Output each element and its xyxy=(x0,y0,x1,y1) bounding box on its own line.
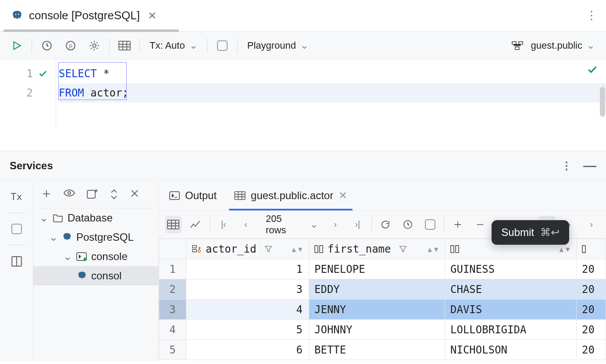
sort-icon[interactable]: ▴▾ xyxy=(291,243,303,255)
cell-first-name[interactable]: JENNY xyxy=(309,300,445,320)
cell-last-name[interactable]: CHASE xyxy=(445,279,577,300)
svg-text:p: p xyxy=(69,43,72,49)
tree-node-postgresql[interactable]: ⌄ PostgreSQL xyxy=(33,228,158,247)
cell-first-name[interactable]: EDDY xyxy=(309,279,445,300)
cell-last-name[interactable]: NICHOLSON xyxy=(445,340,577,360)
refresh-icon[interactable] xyxy=(377,216,394,233)
row-count-dropdown[interactable]: 205 rows ⌄ xyxy=(260,211,321,238)
cell-actor-id[interactable]: 4 xyxy=(186,300,309,320)
settings-icon[interactable] xyxy=(86,37,103,54)
chart-view-icon[interactable] xyxy=(187,216,204,233)
tx-icon[interactable]: Tx xyxy=(11,191,22,202)
stop-icon[interactable] xyxy=(214,37,231,54)
remove-row-icon[interactable] xyxy=(472,216,489,233)
kebab-icon[interactable]: ⋮ xyxy=(561,160,572,172)
cell-extra[interactable]: 20 xyxy=(577,320,606,340)
sql-editor[interactable]: 1 2 SELECT * FROM actor; xyxy=(0,60,606,129)
result-tab-table[interactable]: guest.public.actor ✕ xyxy=(232,181,350,211)
layout-icon[interactable] xyxy=(11,256,22,267)
separator xyxy=(210,217,210,232)
cell-actor-id[interactable]: 3 xyxy=(186,279,309,300)
table-row[interactable]: 2 3 EDDY CHASE 20 xyxy=(159,279,606,300)
expand-icon[interactable] xyxy=(110,189,118,200)
terminal-icon xyxy=(169,191,180,200)
close-all-icon[interactable] xyxy=(130,189,139,200)
table-row[interactable]: 1 1 PENELOPE GUINESS 20 xyxy=(159,259,606,279)
cell-extra[interactable]: 20 xyxy=(577,340,606,360)
separator xyxy=(444,217,444,232)
add-row-icon[interactable] xyxy=(449,216,467,233)
column-header-extra[interactable] xyxy=(577,239,606,259)
next-page-icon[interactable]: › xyxy=(327,216,344,233)
grid-view-icon[interactable] xyxy=(165,216,182,233)
column-header-first-name[interactable]: first_name ▴▾ xyxy=(309,239,445,259)
close-icon[interactable]: ✕ xyxy=(146,8,158,24)
stop-icon[interactable] xyxy=(11,224,22,234)
run-icon[interactable] xyxy=(8,37,25,54)
tree-node-result[interactable]: consol xyxy=(33,266,158,285)
cell-first-name[interactable]: PENELOPE xyxy=(309,259,445,279)
prev-page-icon[interactable]: ‹ xyxy=(237,216,254,233)
scrollbar[interactable] xyxy=(600,87,605,117)
stop-icon[interactable] xyxy=(421,216,438,233)
cell-last-name[interactable]: GUINESS xyxy=(445,259,577,279)
svg-rect-26 xyxy=(451,246,454,253)
new-console-icon[interactable] xyxy=(87,189,98,200)
playground-dropdown[interactable]: Playground ⌄ xyxy=(244,38,312,53)
cell-actor-id[interactable]: 5 xyxy=(186,320,309,340)
table-icon[interactable] xyxy=(116,37,133,54)
cell-first-name[interactable]: BETTE xyxy=(309,340,445,360)
close-icon[interactable]: ✕ xyxy=(339,189,347,202)
data-grid[interactable]: actor_id ▴▾ first_name ▴▾ xyxy=(159,239,606,361)
add-icon[interactable] xyxy=(41,189,52,200)
check-icon xyxy=(587,64,598,75)
sort-icon[interactable]: ▴▾ xyxy=(427,243,439,255)
cell-actor-id[interactable]: 6 xyxy=(186,340,309,360)
keyword-select: SELECT xyxy=(59,68,97,80)
column-header-actor-id[interactable]: actor_id ▴▾ xyxy=(186,239,309,259)
editor-code[interactable]: SELECT * FROM actor; xyxy=(56,60,606,129)
cell-extra[interactable]: 20 xyxy=(577,259,606,279)
cell-extra[interactable]: 20 xyxy=(577,279,606,300)
history-icon[interactable] xyxy=(38,37,56,54)
svg-point-1 xyxy=(18,14,19,15)
table-row[interactable]: 4 5 JOHNNY LOLLOBRIGIDA 20 xyxy=(159,320,606,340)
eye-icon[interactable] xyxy=(63,189,75,200)
plan-icon[interactable]: p xyxy=(62,37,79,54)
schema-dropdown[interactable]: guest.public ⌄ xyxy=(528,38,598,53)
first-page-icon[interactable]: |‹ xyxy=(215,216,232,233)
chevron-down-icon: ⌄ xyxy=(587,40,595,51)
svg-rect-27 xyxy=(456,246,459,253)
tx-mode-dropdown[interactable]: Tx: Auto ⌄ xyxy=(146,38,201,53)
editor-toolbar: p Tx: Auto ⌄ Playground ⌄ guest.public ⌄ xyxy=(0,32,606,60)
cell-last-name[interactable]: DAVIS xyxy=(445,300,577,320)
services-rail: Tx xyxy=(0,181,33,361)
history-icon[interactable] xyxy=(399,216,416,233)
filter-icon[interactable] xyxy=(399,245,407,253)
cell-extra[interactable]: 20 xyxy=(577,300,606,320)
tree-label: Database xyxy=(68,212,113,224)
next-icon[interactable]: › xyxy=(583,216,600,233)
svg-point-11 xyxy=(68,192,71,194)
tree-node-database[interactable]: ⌄ Database xyxy=(33,208,158,228)
separator xyxy=(109,38,110,53)
cell-last-name[interactable]: LOLLOBRIGIDA xyxy=(445,320,577,340)
table-row[interactable]: 3 4 JENNY DAVIS 20 xyxy=(159,300,606,320)
kebab-icon[interactable]: ⋮ xyxy=(581,4,602,28)
postgres-icon xyxy=(62,232,72,242)
results-pane: Output guest.public.actor ✕ |‹ ‹ 205 row… xyxy=(159,181,606,361)
postgres-icon xyxy=(11,10,23,21)
editor-tab-console[interactable]: console [PostgreSQL] ✕ xyxy=(4,0,166,32)
result-tab-output[interactable]: Output xyxy=(167,181,219,211)
last-page-icon[interactable]: ›| xyxy=(349,216,366,233)
cell-actor-id[interactable]: 1 xyxy=(186,259,309,279)
filter-icon[interactable] xyxy=(264,245,272,253)
result-tab-label: Output xyxy=(185,189,217,202)
tree-node-console[interactable]: ⌄ console xyxy=(33,247,158,266)
postgres-icon xyxy=(77,271,87,281)
minimize-icon[interactable]: — xyxy=(583,158,596,173)
tx-mode-label: Tx: Auto xyxy=(150,40,185,51)
svg-rect-28 xyxy=(582,246,585,253)
cell-first-name[interactable]: JOHNNY xyxy=(309,320,445,340)
table-row[interactable]: 5 6 BETTE NICHOLSON 20 xyxy=(159,340,606,360)
